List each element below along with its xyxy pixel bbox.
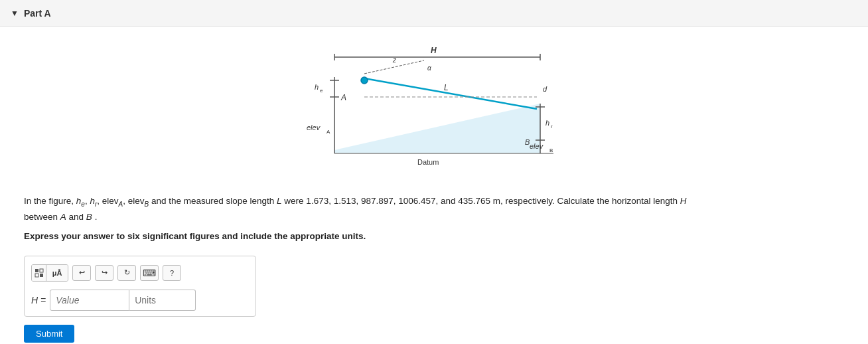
chevron-down-icon[interactable]: ▼ <box>11 9 19 18</box>
mu-button[interactable]: μÂ <box>46 265 68 281</box>
help-button[interactable]: ? <box>163 265 181 281</box>
instruction-text: Express your answer to six significant f… <box>24 229 687 244</box>
problem-text: In the figure, he, hr, elevA, elevB and … <box>24 194 687 224</box>
svg-text:A: A <box>340 93 346 102</box>
redo-button[interactable]: ↪ <box>95 265 113 281</box>
svg-text:B: B <box>525 138 530 146</box>
svg-text:α: α <box>427 64 431 72</box>
refresh-button[interactable]: ↻ <box>117 265 136 281</box>
toolbar-row: μÂ ↩ ↪ ↻ ⌨ ? <box>31 262 249 284</box>
part-label: Part A <box>24 8 51 19</box>
units-input[interactable] <box>129 290 196 311</box>
answer-section: μÂ ↩ ↪ ↻ ⌨ ? H = <box>24 256 256 317</box>
svg-rect-31 <box>35 269 38 272</box>
keyboard-button[interactable]: ⌨ <box>140 265 159 281</box>
svg-text:h: h <box>545 119 549 127</box>
value-input[interactable] <box>50 290 129 311</box>
svg-text:A: A <box>326 129 330 135</box>
format-button-group[interactable]: μÂ <box>31 264 68 282</box>
answer-label: H = <box>31 295 46 305</box>
svg-line-26 <box>364 78 537 109</box>
fraction-button[interactable] <box>32 265 46 281</box>
svg-text:elev: elev <box>530 142 544 150</box>
submit-button[interactable]: Submit <box>24 325 74 343</box>
svg-marker-0 <box>334 104 540 153</box>
input-row: H = <box>31 290 249 311</box>
survey-diagram: Datum h e elev A h r elev B <box>295 37 573 183</box>
svg-text:H: H <box>431 46 437 55</box>
main-content: Datum h e elev A h r elev B <box>0 27 868 344</box>
svg-text:r: r <box>551 124 553 129</box>
diagram-area: Datum h e elev A h r elev B <box>24 37 844 183</box>
svg-text:elev: elev <box>307 124 321 131</box>
svg-text:B: B <box>549 147 553 153</box>
svg-text:h: h <box>315 83 319 91</box>
undo-button[interactable]: ↩ <box>72 265 91 281</box>
svg-point-29 <box>361 77 368 84</box>
svg-text:L: L <box>444 83 449 92</box>
submit-row: Submit <box>24 325 844 343</box>
svg-text:Datum: Datum <box>417 158 439 166</box>
svg-text:d: d <box>543 85 547 93</box>
svg-rect-33 <box>35 274 38 277</box>
svg-text:e: e <box>320 88 323 94</box>
svg-text:z: z <box>392 56 397 64</box>
svg-rect-34 <box>40 274 43 277</box>
svg-rect-32 <box>40 269 43 272</box>
top-bar: ▼ Part A <box>0 0 868 27</box>
